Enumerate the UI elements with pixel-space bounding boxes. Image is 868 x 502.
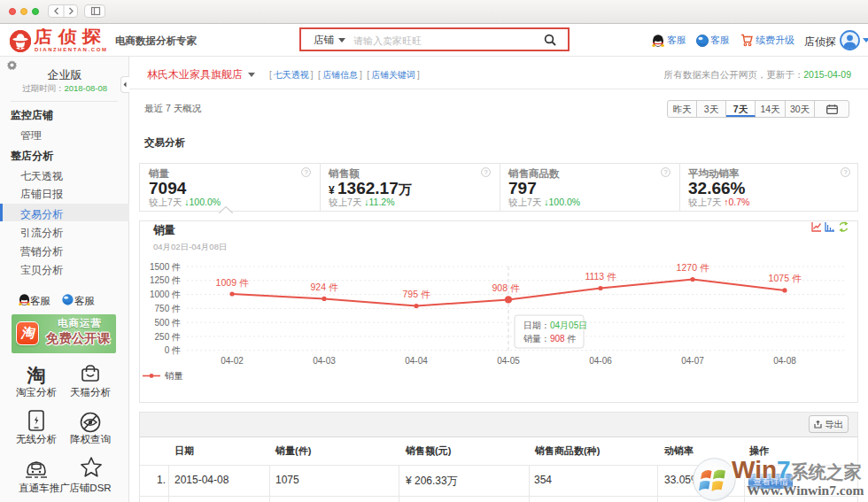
svg-text:销量: 销量 <box>152 224 176 236</box>
svg-text:?: ? <box>304 168 307 176</box>
svg-text:?: ? <box>843 168 847 176</box>
svg-text:04-04: 04-04 <box>405 356 428 366</box>
svg-text:1500 件: 1500 件 <box>150 262 181 272</box>
svg-text:250 件: 250 件 <box>155 332 181 342</box>
svg-text:1009 件: 1009 件 <box>216 277 249 288</box>
svg-text:924 件: 924 件 <box>311 282 338 292</box>
svg-text:04-03: 04-03 <box>313 356 336 366</box>
svg-text:销量：908 件: 销量：908 件 <box>523 334 576 344</box>
svg-text:?: ? <box>484 168 487 176</box>
svg-text:04-07: 04-07 <box>681 356 704 366</box>
svg-text:500 件: 500 件 <box>155 318 181 328</box>
svg-text:1075 件: 1075 件 <box>769 273 802 283</box>
svg-text:04-06: 04-06 <box>589 356 612 366</box>
svg-text:795 件: 795 件 <box>403 289 430 299</box>
svg-text:04-05: 04-05 <box>497 356 520 366</box>
svg-text:04-08: 04-08 <box>773 356 796 366</box>
svg-text:0 件: 0 件 <box>165 345 181 355</box>
svg-text:?: ? <box>663 168 667 176</box>
svg-text:1113 件: 1113 件 <box>585 271 616 282</box>
svg-text:04月02日-04月08日: 04月02日-04月08日 <box>153 242 227 251</box>
svg-text:1250 件: 1250 件 <box>150 275 181 285</box>
svg-text:750 件: 750 件 <box>155 304 181 313</box>
svg-text:1000 件: 1000 件 <box>150 290 181 299</box>
svg-text:日期：04月05日: 日期：04月05日 <box>523 321 587 330</box>
svg-text:1270 件: 1270 件 <box>677 262 709 273</box>
svg-text:销量: 销量 <box>164 370 183 381</box>
svg-text:908 件: 908 件 <box>492 282 520 293</box>
svg-text:04-02: 04-02 <box>221 356 244 366</box>
